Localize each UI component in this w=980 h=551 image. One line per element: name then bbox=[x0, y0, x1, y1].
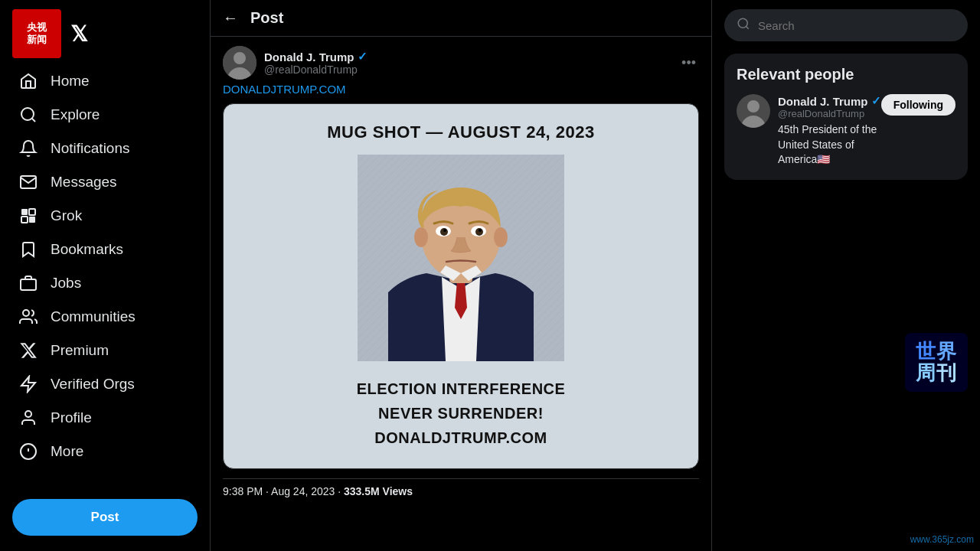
sidebar: 央视 新闻 𝕏 Home Explore Notifications bbox=[0, 0, 211, 551]
display-name: Donald J. Trump ✓ bbox=[264, 50, 368, 64]
svg-point-9 bbox=[25, 411, 31, 417]
world-weekly-logo: 世 界 周 刊 bbox=[905, 333, 968, 392]
svg-point-30 bbox=[747, 100, 760, 112]
sidebar-item-grok[interactable]: Grok bbox=[6, 199, 204, 233]
tweet-more-button[interactable]: ••• bbox=[678, 52, 699, 74]
x-logo-icon[interactable]: 𝕏 bbox=[70, 21, 88, 47]
person-handle: @realDonaldTrump bbox=[778, 108, 881, 119]
mug-text-election: ELECTION INTERFERENCE bbox=[357, 377, 566, 401]
following-button[interactable]: Following bbox=[881, 94, 956, 116]
sidebar-item-bookmarks[interactable]: Bookmarks bbox=[6, 233, 204, 266]
back-button[interactable]: ← bbox=[223, 9, 238, 27]
sidebar-item-verified-orgs[interactable]: Verified Orgs bbox=[6, 367, 204, 401]
svg-marker-8 bbox=[21, 377, 35, 392]
verified-orgs-icon bbox=[18, 375, 38, 393]
person-display-name: Donald J. Trump ✓ bbox=[778, 94, 881, 108]
tweet-time: 9:38 PM bbox=[223, 485, 263, 497]
premium-label: Premium bbox=[51, 342, 109, 359]
world-weekly-area: 世 界 周 刊 bbox=[724, 333, 968, 392]
mug-shot-title: MUG SHOT — AUGUST 24, 2023 bbox=[327, 122, 595, 142]
svg-rect-3 bbox=[21, 217, 28, 223]
grok-label: Grok bbox=[51, 207, 82, 224]
sidebar-item-premium[interactable]: Premium bbox=[6, 334, 204, 367]
svg-line-1 bbox=[32, 119, 35, 122]
messages-icon bbox=[18, 173, 38, 191]
tweet-link[interactable]: DONALDJTRUMP.COM bbox=[223, 83, 699, 96]
sidebar-item-explore[interactable]: Explore bbox=[6, 98, 204, 132]
verified-orgs-label: Verified Orgs bbox=[51, 376, 135, 393]
explore-icon bbox=[18, 106, 38, 124]
verified-icon: ✓ bbox=[358, 50, 368, 64]
cctv-logo: 央视 新闻 bbox=[12, 9, 61, 58]
jobs-icon bbox=[18, 274, 38, 292]
sidebar-item-communities[interactable]: Communities bbox=[6, 300, 204, 334]
home-label: Home bbox=[51, 73, 90, 90]
avatar[interactable] bbox=[223, 46, 256, 80]
tweet-user-info: Donald J. Trump ✓ @realDonaldTrump bbox=[223, 46, 368, 80]
more-icon bbox=[18, 442, 38, 461]
person-info: Donald J. Trump ✓ @realDonaldTrump 45th … bbox=[778, 94, 881, 168]
premium-icon bbox=[18, 341, 38, 360]
notifications-icon bbox=[18, 139, 38, 158]
watermark: www.365jz.com bbox=[910, 534, 974, 545]
sidebar-item-profile[interactable]: Profile bbox=[6, 401, 204, 435]
main-wrapper: ← Post Donald J. Trump bbox=[211, 0, 980, 551]
svg-point-7 bbox=[23, 310, 29, 316]
tweet-date: Aug 24, 2023 bbox=[271, 485, 335, 497]
svg-point-25 bbox=[414, 227, 428, 247]
communities-icon bbox=[18, 308, 38, 326]
messages-label: Messages bbox=[51, 174, 117, 191]
profile-icon bbox=[18, 409, 38, 427]
sidebar-item-more[interactable]: More bbox=[6, 435, 204, 468]
communities-label: Communities bbox=[51, 308, 136, 325]
jobs-label: Jobs bbox=[51, 275, 81, 292]
person-verified-icon: ✓ bbox=[871, 94, 881, 108]
bookmarks-label: Bookmarks bbox=[51, 241, 123, 258]
bookmarks-icon bbox=[18, 240, 38, 259]
person-row: Donald J. Trump ✓ @realDonaldTrump 45th … bbox=[737, 94, 956, 168]
svg-rect-6 bbox=[21, 279, 36, 290]
svg-point-14 bbox=[234, 52, 246, 64]
post-page-title: Post bbox=[250, 9, 283, 27]
person-avatar[interactable] bbox=[737, 94, 770, 128]
tweet-container: Donald J. Trump ✓ @realDonaldTrump ••• D… bbox=[211, 37, 711, 513]
person-bio: 45th President of the United States of A… bbox=[778, 122, 881, 168]
mug-text-website: DONALDJTRUMP.COM bbox=[374, 425, 547, 450]
username: @realDonaldTrump bbox=[264, 64, 368, 76]
main-content: ← Post Donald J. Trump bbox=[211, 0, 712, 551]
svg-rect-2 bbox=[21, 209, 28, 215]
tweet-user-row: Donald J. Trump ✓ @realDonaldTrump ••• bbox=[223, 46, 699, 80]
cctv-line1: 央视 bbox=[27, 21, 47, 34]
svg-rect-4 bbox=[29, 209, 35, 215]
search-icon bbox=[737, 17, 750, 34]
post-button[interactable]: Post bbox=[12, 499, 198, 536]
svg-point-23 bbox=[443, 229, 446, 232]
relevant-people-title: Relevant people bbox=[737, 66, 956, 83]
grok-icon bbox=[18, 207, 38, 225]
search-bar[interactable] bbox=[724, 9, 968, 41]
search-input[interactable] bbox=[758, 19, 956, 32]
svg-point-26 bbox=[494, 227, 508, 247]
nav-items: Home Explore Notifications Messages Grok bbox=[0, 64, 210, 490]
svg-point-0 bbox=[21, 108, 34, 120]
svg-rect-5 bbox=[29, 217, 35, 223]
person-left: Donald J. Trump ✓ @realDonaldTrump 45th … bbox=[737, 94, 881, 168]
home-icon bbox=[18, 72, 38, 90]
sidebar-item-home[interactable]: Home bbox=[6, 64, 204, 98]
tweet-views: 333.5M Views bbox=[344, 485, 413, 497]
sidebar-item-messages[interactable]: Messages bbox=[6, 165, 204, 199]
sidebar-item-notifications[interactable]: Notifications bbox=[6, 132, 204, 165]
tweet-meta: 9:38 PM · Aug 24, 2023 · 333.5M Views bbox=[223, 478, 699, 504]
right-sidebar: Relevant people Donald J. Trump ✓ bbox=[712, 0, 980, 551]
notifications-label: Notifications bbox=[51, 140, 130, 157]
svg-line-28 bbox=[746, 26, 748, 28]
svg-point-27 bbox=[738, 18, 747, 28]
explore-label: Explore bbox=[51, 106, 100, 123]
world-weekly-text: 世 界 周 刊 bbox=[916, 341, 957, 384]
sidebar-item-jobs[interactable]: Jobs bbox=[6, 266, 204, 300]
user-name-block: Donald J. Trump ✓ @realDonaldTrump bbox=[264, 50, 368, 76]
mug-text-surrender: NEVER SURRENDER! bbox=[378, 401, 544, 425]
logo-area: 央视 新闻 𝕏 bbox=[0, 6, 210, 64]
post-page-header: ← Post bbox=[211, 0, 711, 37]
profile-label: Profile bbox=[51, 409, 92, 426]
